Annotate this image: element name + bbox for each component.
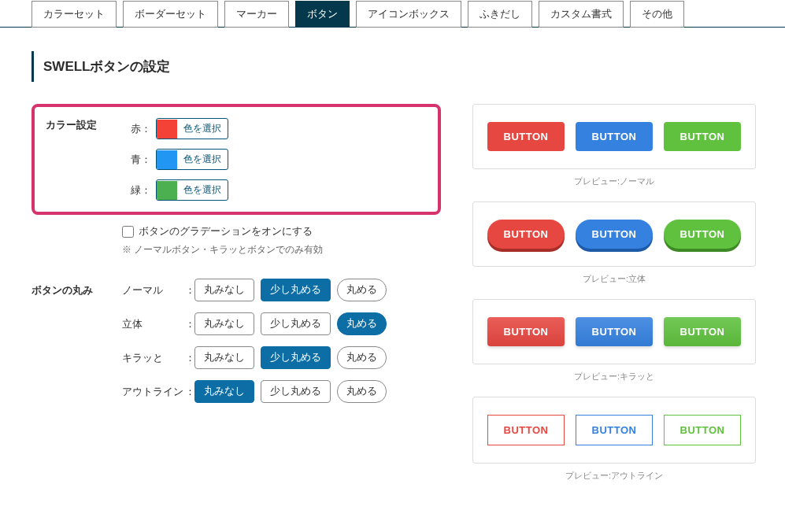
roundness-row-solid: 立体 ： 丸みなし 少し丸める 丸める: [122, 312, 441, 335]
preview-btn-green: BUTTON: [664, 122, 741, 151]
seg-normal-little[interactable]: 少し丸める: [261, 279, 331, 301]
roundness-row-outline: アウトライン ： 丸みなし 少し丸める 丸める: [122, 380, 441, 403]
preview-btn-green: BUTTON: [664, 317, 741, 346]
color-row-red: 赤： 色を選択: [124, 118, 428, 139]
color-picker-label: 色を選択: [177, 119, 228, 139]
preview-btn-red: BUTTON: [487, 122, 565, 151]
roundness-heading: ボタンの丸み: [31, 279, 122, 414]
gradient-checkbox[interactable]: [122, 226, 134, 238]
tab-color-set[interactable]: カラーセット: [31, 1, 117, 28]
roundness-row-shiny: キラッと ： 丸みなし 少し丸める 丸める: [122, 346, 441, 369]
color-picker-blue[interactable]: 色を選択: [156, 149, 228, 170]
color-label-green: 緑：: [124, 183, 151, 198]
tab-icon-box[interactable]: アイコンボックス: [356, 1, 461, 28]
preview-btn-red: BUTTON: [487, 220, 565, 249]
color-settings-panel: カラー設定 赤： 色を選択 青：: [31, 104, 441, 215]
preview-outline: BUTTON BUTTON BUTTON: [472, 397, 756, 464]
gradient-note: ※ ノーマルボタン・キラッとボタンでのみ有効: [122, 243, 441, 257]
preview-caption-solid: プレビュー:立体: [472, 273, 756, 285]
tab-marker[interactable]: マーカー: [224, 1, 289, 28]
color-row-green: 緑： 色を選択: [124, 179, 428, 201]
seg-normal-round[interactable]: 丸める: [337, 279, 387, 301]
seg-outline-little[interactable]: 少し丸める: [261, 380, 331, 403]
seg-outline-none[interactable]: 丸みなし: [194, 380, 254, 403]
roundness-row-normal: ノーマル ： 丸みなし 少し丸める 丸める: [122, 279, 441, 301]
preview-btn-blue: BUTTON: [576, 220, 653, 249]
preview-btn-green: BUTTON: [664, 415, 741, 445]
preview-btn-red: BUTTON: [487, 415, 565, 445]
tab-border-set[interactable]: ボーダーセット: [123, 1, 218, 28]
color-picker-label: 色を選択: [177, 150, 228, 169]
tab-custom-format[interactable]: カスタム書式: [539, 1, 624, 28]
color-swatch-green: [157, 181, 177, 200]
preview-btn-blue: BUTTON: [576, 317, 653, 346]
preview-caption-normal: プレビュー:ノーマル: [472, 175, 756, 187]
tabs-bar: カラーセット ボーダーセット マーカー ボタン アイコンボックス ふきだし カス…: [0, 0, 785, 28]
color-label-red: 赤：: [124, 122, 151, 136]
preview-btn-blue: BUTTON: [576, 415, 653, 445]
color-row-blue: 青： 色を選択: [124, 149, 428, 170]
color-picker-red[interactable]: 色を選択: [156, 118, 228, 139]
preview-shiny: BUTTON BUTTON BUTTON: [472, 299, 756, 364]
seg-outline-round[interactable]: 丸める: [337, 380, 387, 403]
roundness-name-shiny: キラッと: [122, 351, 185, 365]
preview-caption-outline: プレビュー:アウトライン: [472, 470, 756, 482]
preview-normal: BUTTON BUTTON BUTTON: [472, 104, 756, 169]
seg-solid-little[interactable]: 少し丸める: [261, 312, 331, 335]
seg-solid-none[interactable]: 丸みなし: [194, 312, 254, 335]
seg-shiny-little[interactable]: 少し丸める: [261, 346, 331, 369]
tab-speech-bubble[interactable]: ふきだし: [468, 1, 532, 28]
seg-shiny-none[interactable]: 丸みなし: [194, 346, 254, 369]
color-settings-heading: カラー設定: [46, 118, 124, 132]
seg-normal-none[interactable]: 丸みなし: [194, 279, 254, 301]
seg-solid-round[interactable]: 丸める: [337, 312, 387, 335]
preview-btn-green: BUTTON: [664, 220, 741, 249]
color-picker-green[interactable]: 色を選択: [156, 179, 228, 201]
tab-button[interactable]: ボタン: [295, 1, 350, 28]
roundness-name-outline: アウトライン: [122, 385, 185, 399]
roundness-name-normal: ノーマル: [122, 283, 185, 297]
color-swatch-blue: [157, 150, 177, 169]
gradient-checkbox-label: ボタンのグラデーションをオンにする: [139, 224, 313, 238]
color-swatch-red: [157, 120, 177, 139]
roundness-name-solid: 立体: [122, 317, 185, 331]
color-label-blue: 青：: [124, 153, 151, 167]
tab-other[interactable]: その他: [630, 1, 684, 28]
preview-caption-shiny: プレビュー:キラッと: [472, 371, 756, 382]
preview-btn-blue: BUTTON: [576, 122, 653, 151]
preview-btn-red: BUTTON: [487, 317, 565, 346]
color-picker-label: 色を選択: [177, 180, 228, 200]
preview-solid: BUTTON BUTTON BUTTON: [472, 201, 756, 267]
seg-shiny-round[interactable]: 丸める: [337, 346, 387, 369]
page-title: SWELLボタンの設定: [31, 51, 754, 82]
